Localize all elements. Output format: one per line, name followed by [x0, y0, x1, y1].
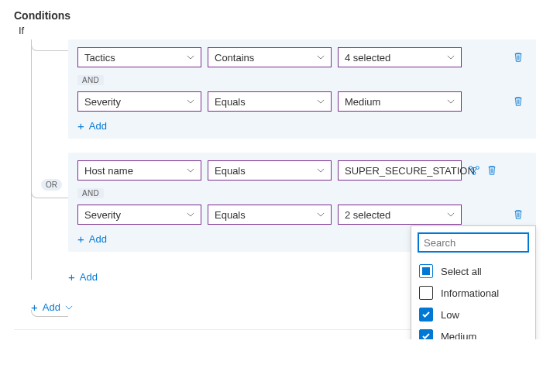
condition-row: Tactics Contains 4 selected — [77, 47, 527, 67]
select-value: Medium — [345, 96, 380, 108]
select-value: 2 selected — [345, 209, 390, 221]
option-label: Informational — [441, 287, 499, 299]
checkbox-checked-icon — [419, 329, 433, 339]
add-label: Add — [80, 271, 98, 283]
field-select[interactable]: Severity — [77, 205, 201, 225]
operator-select[interactable]: Equals — [208, 205, 332, 225]
tree-connector — [31, 310, 68, 317]
operator-select[interactable]: Contains — [208, 47, 332, 67]
value-select[interactable]: 2 selected — [338, 205, 462, 225]
and-badge: AND — [77, 188, 104, 198]
plus-icon: + — [77, 119, 84, 132]
value-select[interactable]: Medium — [338, 91, 462, 112]
field-select[interactable]: Host name — [77, 160, 201, 181]
select-value: Tactics — [84, 52, 115, 64]
delete-button[interactable] — [513, 209, 524, 220]
value-select[interactable]: SUPER_SECURE_STATION — [338, 160, 462, 181]
multiselect-dropdown: Select all Informational Low Medium High — [411, 225, 536, 339]
or-badge: OR — [41, 179, 62, 191]
svg-point-0 — [469, 167, 473, 170]
operator-select[interactable]: Equals — [208, 160, 332, 181]
option-label: Low — [441, 309, 459, 321]
option-label: Select all — [441, 266, 482, 277]
entity-link-button[interactable] — [468, 165, 480, 176]
chevron-down-icon — [317, 211, 325, 218]
select-value: SUPER_SECURE_STATION — [345, 165, 475, 177]
field-select[interactable]: Tactics — [77, 47, 201, 67]
select-value: 4 selected — [345, 52, 390, 64]
add-label: Add — [89, 233, 107, 245]
chevron-down-icon — [187, 211, 194, 218]
dropdown-option[interactable]: Low — [418, 304, 529, 325]
if-label: If — [19, 25, 536, 36]
select-value: Contains — [215, 52, 254, 64]
select-value: Severity — [84, 209, 121, 221]
chevron-down-icon — [447, 53, 455, 61]
select-value: Severity — [84, 96, 121, 108]
conditions-tree: OR Tactics Contains 4 selected AND Sever… — [31, 40, 536, 284]
and-badge: AND — [77, 75, 104, 85]
condition-group: Tactics Contains 4 selected AND Severity… — [68, 40, 536, 139]
value-select[interactable]: 4 selected — [338, 47, 462, 67]
condition-row: Severity Equals 2 selected Select all — [77, 205, 527, 225]
page-title: Conditions — [14, 9, 536, 22]
chevron-down-icon — [187, 167, 194, 174]
chevron-down-icon — [187, 53, 194, 61]
add-condition-button[interactable]: + Add — [77, 119, 107, 132]
delete-button[interactable] — [486, 165, 497, 176]
dropdown-option[interactable]: Medium — [418, 325, 529, 339]
chevron-down-icon — [317, 53, 325, 61]
add-label: Add — [89, 120, 107, 132]
delete-button[interactable] — [513, 52, 524, 63]
plus-icon: + — [68, 270, 75, 284]
add-group-button[interactable]: + Add — [68, 270, 98, 284]
checkbox-unchecked-icon — [419, 286, 433, 300]
select-value: Equals — [215, 96, 246, 108]
dropdown-option[interactable]: Select all — [418, 260, 529, 282]
delete-button[interactable] — [513, 96, 524, 107]
condition-row: Severity Equals Medium — [77, 91, 527, 112]
select-value: Host name — [84, 165, 133, 177]
svg-point-1 — [476, 167, 479, 170]
plus-icon: + — [77, 232, 84, 246]
chevron-down-icon — [447, 211, 455, 218]
search-input[interactable] — [418, 232, 529, 253]
field-select[interactable]: Severity — [77, 91, 201, 112]
condition-row: Host name Equals SUPER_SECURE_STATION — [77, 160, 527, 181]
select-value: Equals — [215, 209, 246, 221]
chevron-down-icon — [317, 167, 325, 174]
dropdown-option[interactable]: Informational — [418, 282, 529, 304]
select-value: Equals — [215, 165, 246, 177]
chevron-down-icon — [317, 98, 325, 105]
option-label: Medium — [441, 331, 476, 340]
chevron-down-icon — [187, 98, 194, 105]
chevron-down-icon — [447, 98, 455, 105]
condition-group: Host name Equals SUPER_SECURE_STATION AN… — [68, 153, 536, 252]
tree-connector — [31, 191, 68, 198]
svg-point-2 — [473, 172, 476, 175]
operator-select[interactable]: Equals — [208, 91, 332, 112]
checkbox-checked-icon — [419, 308, 433, 322]
tree-connector — [31, 40, 32, 280]
add-condition-button[interactable]: + Add — [77, 232, 107, 246]
checkbox-indeterminate-icon — [419, 264, 433, 278]
tree-connector — [31, 44, 68, 51]
